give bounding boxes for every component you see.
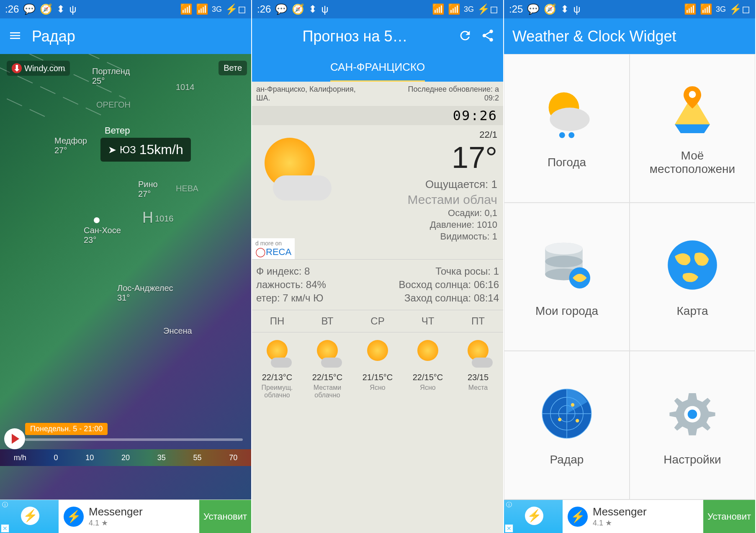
timeline-slider[interactable] — [25, 438, 243, 441]
globe-icon — [663, 236, 722, 294]
usb-icon: ψ — [573, 3, 580, 15]
color-scale: m/h 0 10 20 35 55 70 — [0, 449, 251, 466]
wifi-icon: 📶 — [684, 3, 697, 15]
sunset: Заход солнца: 08:14 — [399, 292, 499, 304]
menu-item-cities[interactable]: Мои города — [504, 203, 630, 351]
battery-icon: ⚡◻ — [477, 3, 498, 15]
radar-map[interactable]: ⬇ Windy.com Вете Портленд25° ОРЕГОН Медф… — [0, 54, 251, 500]
feels-like: Ощущается: 1 — [332, 178, 497, 191]
page-title: Радар — [32, 28, 243, 45]
day-tab[interactable]: ВТ — [302, 310, 352, 332]
city-label: Портленд25° — [92, 67, 130, 86]
chat-icon: 💬 — [527, 3, 540, 15]
messenger-icon: ⚡ — [21, 507, 39, 525]
day-tab[interactable]: ЧТ — [403, 310, 453, 332]
day-tab[interactable]: СР — [352, 310, 403, 332]
menu-label: Моё местоположени — [638, 149, 746, 176]
timeline[interactable]: Понедельн. 5 - 21:00 — [25, 423, 243, 441]
compass-icon: 🧭 — [292, 3, 304, 15]
wind-speed-badge[interactable]: ➤ ЮЗ 15km/h — [100, 138, 191, 162]
wind-layer-button[interactable]: Вете — [219, 61, 247, 75]
foreca-logo[interactable]: d more on ◯RECA — [252, 238, 295, 259]
network-label: 3G — [464, 5, 474, 14]
menu-item-location[interactable]: Моё местоположени — [630, 54, 755, 203]
humidity: лажность: 84% — [256, 279, 326, 291]
svg-point-4 — [559, 132, 565, 138]
menu-icon[interactable] — [8, 29, 22, 44]
signal-icon: 📶 — [196, 3, 208, 15]
screen-menu: :25 💬 🧭 ⬍ ψ 📶 📶 3G ⚡◻ Weather & Clock Wi… — [504, 0, 756, 533]
daily-forecast: 22/13°CПреимущ. облачно 22/15°CМестами о… — [252, 332, 503, 403]
menu-item-map[interactable]: Карта — [630, 203, 755, 351]
windy-logo[interactable]: ⬇ Windy.com — [7, 61, 70, 76]
ad-banner[interactable]: ⓘ ✕ ⚡ ⚡ Messenger 4.1 ★ Установит — [0, 500, 251, 533]
info-icon[interactable]: ⓘ — [505, 501, 513, 509]
usb-icon: ⬍ — [561, 3, 569, 15]
info-icon[interactable]: ⓘ — [1, 501, 9, 509]
tab-city[interactable]: САН-ФРАНЦИСКО — [330, 54, 425, 82]
usb-icon: ψ — [321, 3, 328, 15]
ad-thumbnail: ⓘ ✕ ⚡ — [0, 500, 59, 533]
network-label: 3G — [212, 5, 222, 14]
forecast-content[interactable]: ан-Франциско, Калифорния, ША. Последнее … — [252, 82, 503, 533]
temperature: 17° — [332, 140, 497, 175]
date: 22/1 — [332, 129, 497, 140]
weather-icon — [537, 87, 596, 146]
play-button[interactable] — [4, 428, 25, 449]
close-ad-icon[interactable]: ✕ — [505, 524, 513, 533]
install-button[interactable]: Установит — [199, 500, 251, 533]
sunrise: Восход солнца: 06:16 — [399, 279, 499, 291]
share-icon[interactable] — [481, 28, 495, 44]
wind-speed: 15km/h — [139, 142, 183, 157]
forecast-day[interactable]: 22/15°CМестами облачно — [302, 332, 352, 403]
ad-banner[interactable]: ⓘ ✕ ⚡ ⚡ Messenger 4.1 ★ Установит — [504, 500, 755, 533]
screen-forecast: :26 💬 🧭 ⬍ ψ 📶 📶 3G ⚡◻ Прогноз на 5… САН-… — [252, 0, 504, 533]
screen-radar: :26 💬 🧭 ⬍ ψ 📶 📶 3G ⚡◻ Радар ⬇ Windy.com … — [0, 0, 252, 533]
digital-clock: 09:26 — [252, 106, 503, 125]
close-ad-icon[interactable]: ✕ — [1, 524, 9, 533]
pressure-label: 1014 — [176, 82, 195, 92]
page-title: Weather & Clock Widget — [512, 28, 747, 45]
forecast-day[interactable]: 23/15Места — [453, 332, 503, 403]
day-tabs: ПН ВТ СР ЧТ ПТ — [252, 310, 503, 332]
day-tab[interactable]: ПТ — [453, 310, 503, 332]
pressure: Давление: 1010 — [332, 219, 497, 230]
network-label: 3G — [716, 5, 726, 14]
menu-label: Погода — [548, 156, 586, 169]
status-time: :25 — [509, 3, 523, 15]
city-label: Энсена — [163, 326, 192, 336]
svg-point-15 — [668, 240, 717, 290]
status-bar: :26 💬 🧭 ⬍ ψ 📶 📶 3G ⚡◻ — [252, 0, 503, 18]
install-button[interactable]: Установит — [703, 500, 755, 533]
forecast-day[interactable]: 21/15°CЯсно — [352, 332, 403, 403]
svg-point-26 — [688, 409, 697, 419]
weather-icon — [256, 129, 332, 205]
usb-icon: ψ — [69, 3, 76, 15]
svg-point-3 — [550, 108, 589, 131]
chat-icon: 💬 — [23, 3, 36, 15]
svg-marker-7 — [675, 124, 710, 133]
messenger-icon: ⚡ — [568, 507, 588, 527]
chat-icon: 💬 — [275, 3, 288, 15]
forecast-day[interactable]: 22/13°CПреимущ. облачно — [252, 332, 302, 403]
ad-title: Messenger — [89, 505, 199, 518]
menu-item-weather[interactable]: Погода — [504, 54, 630, 203]
forecast-day[interactable]: 22/15°CЯсно — [403, 332, 453, 403]
gear-icon — [663, 384, 722, 443]
ad-thumbnail: ⓘ ✕ ⚡ — [504, 500, 563, 533]
wifi-icon: 📶 — [432, 3, 445, 15]
status-bar: :25 💬 🧭 ⬍ ψ 📶 📶 3G ⚡◻ — [504, 0, 755, 18]
menu-label: Настройки — [663, 453, 721, 466]
usb-icon: ⬍ — [309, 3, 317, 15]
menu-item-settings[interactable]: Настройки — [630, 351, 755, 500]
refresh-icon[interactable] — [458, 28, 472, 44]
app-bar: Радар — [0, 18, 251, 54]
svg-point-23 — [558, 417, 561, 421]
day-tab[interactable]: ПН — [252, 310, 302, 332]
menu-item-radar[interactable]: Радар — [504, 351, 630, 500]
tabs: САН-ФРАНЦИСКО — [252, 54, 503, 82]
city-label: Рино27° — [138, 180, 158, 199]
city-label: Лос-Анджелес31° — [117, 283, 173, 303]
svg-point-12 — [545, 256, 583, 268]
map-marker — [94, 217, 100, 223]
